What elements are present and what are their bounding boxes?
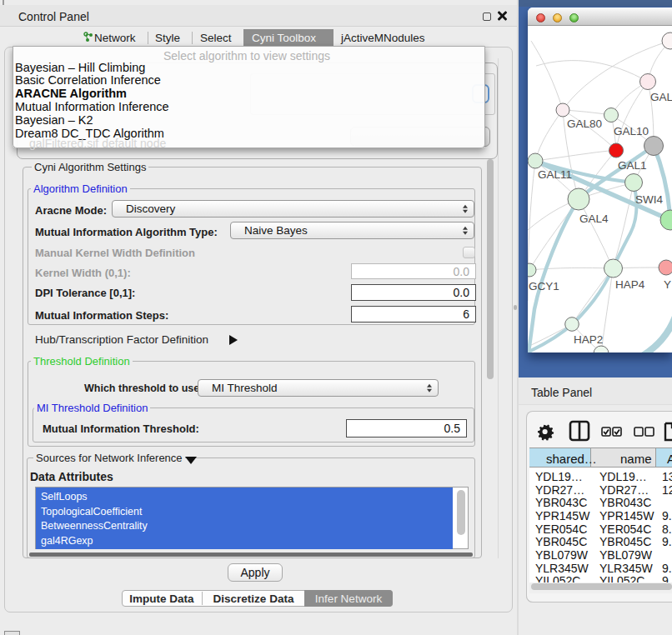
svg-text:GCY1: GCY1 [529, 280, 559, 292]
svg-text:SWI4: SWI4 [635, 193, 663, 206]
svg-text:GAL80: GAL80 [567, 118, 602, 130]
svg-text:HAP2: HAP2 [574, 333, 603, 346]
svg-text:HAP4: HAP4 [615, 278, 645, 291]
svg-text:GAL8: GAL8 [650, 91, 672, 103]
svg-text:Y: Y [664, 278, 671, 291]
svg-text:GAL1: GAL1 [618, 159, 647, 172]
svg-text:GAL11: GAL11 [538, 168, 572, 181]
svg-text:GAL4: GAL4 [579, 212, 609, 225]
svg-text:GAL10: GAL10 [614, 125, 649, 138]
